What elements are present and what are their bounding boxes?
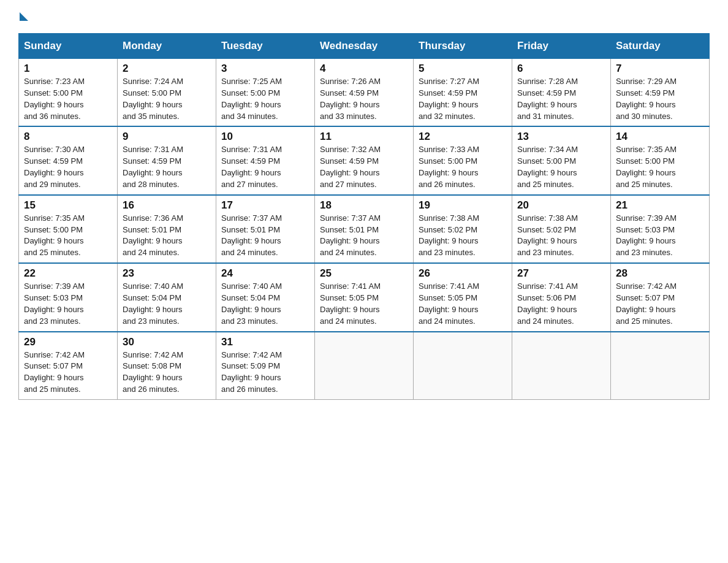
calendar-day-cell: 30Sunrise: 7:42 AMSunset: 5:08 PMDayligh…: [118, 332, 216, 400]
weekday-header-monday: Monday: [118, 34, 216, 59]
day-info: Sunrise: 7:23 AMSunset: 5:00 PMDaylight:…: [24, 76, 112, 122]
day-info: Sunrise: 7:40 AMSunset: 5:04 PMDaylight:…: [123, 281, 211, 327]
page-header: [18, 12, 710, 21]
day-info: Sunrise: 7:41 AMSunset: 5:05 PMDaylight:…: [320, 281, 408, 327]
weekday-header-row: SundayMondayTuesdayWednesdayThursdayFrid…: [19, 34, 710, 59]
day-info: Sunrise: 7:39 AMSunset: 5:03 PMDaylight:…: [616, 213, 704, 259]
day-number: 28: [616, 267, 704, 280]
calendar-week-row: 29Sunrise: 7:42 AMSunset: 5:07 PMDayligh…: [19, 332, 710, 400]
day-number: 10: [221, 131, 309, 143]
weekday-header-sunday: Sunday: [19, 34, 118, 59]
calendar-day-cell: 4Sunrise: 7:26 AMSunset: 4:59 PMDaylight…: [315, 59, 414, 127]
weekday-header-thursday: Thursday: [414, 34, 512, 59]
day-number: 15: [24, 199, 112, 212]
day-info: Sunrise: 7:38 AMSunset: 5:02 PMDaylight:…: [517, 213, 605, 259]
day-number: 29: [24, 336, 112, 348]
day-number: 2: [123, 63, 211, 75]
calendar-day-cell: 14Sunrise: 7:35 AMSunset: 5:00 PMDayligh…: [611, 126, 710, 194]
calendar-day-cell: 7Sunrise: 7:29 AMSunset: 4:59 PMDaylight…: [611, 59, 710, 127]
day-info: Sunrise: 7:35 AMSunset: 5:00 PMDaylight:…: [24, 213, 112, 259]
day-number: 20: [517, 199, 605, 212]
day-info: Sunrise: 7:33 AMSunset: 5:00 PMDaylight:…: [419, 144, 507, 190]
calendar-day-cell: 27Sunrise: 7:41 AMSunset: 5:06 PMDayligh…: [512, 263, 611, 331]
day-number: 11: [320, 131, 408, 143]
calendar-day-cell: 26Sunrise: 7:41 AMSunset: 5:05 PMDayligh…: [414, 263, 512, 331]
calendar-day-cell: 18Sunrise: 7:37 AMSunset: 5:01 PMDayligh…: [315, 195, 414, 263]
day-info: Sunrise: 7:25 AMSunset: 5:00 PMDaylight:…: [221, 76, 309, 122]
calendar-week-row: 22Sunrise: 7:39 AMSunset: 5:03 PMDayligh…: [19, 263, 710, 331]
calendar-week-row: 15Sunrise: 7:35 AMSunset: 5:00 PMDayligh…: [19, 195, 710, 263]
calendar-day-cell: 21Sunrise: 7:39 AMSunset: 5:03 PMDayligh…: [611, 195, 710, 263]
calendar-day-cell: 20Sunrise: 7:38 AMSunset: 5:02 PMDayligh…: [512, 195, 611, 263]
day-info: Sunrise: 7:29 AMSunset: 4:59 PMDaylight:…: [616, 76, 704, 122]
day-number: 5: [419, 63, 507, 75]
calendar-day-cell: 5Sunrise: 7:27 AMSunset: 4:59 PMDaylight…: [414, 59, 512, 127]
day-info: Sunrise: 7:37 AMSunset: 5:01 PMDaylight:…: [221, 213, 309, 259]
day-info: Sunrise: 7:38 AMSunset: 5:02 PMDaylight:…: [419, 213, 507, 259]
day-info: Sunrise: 7:34 AMSunset: 5:00 PMDaylight:…: [517, 144, 605, 190]
calendar-day-cell: [315, 332, 414, 400]
calendar-day-cell: 10Sunrise: 7:31 AMSunset: 4:59 PMDayligh…: [216, 126, 315, 194]
calendar-day-cell: [414, 332, 512, 400]
day-number: 18: [320, 199, 408, 212]
day-number: 23: [123, 267, 211, 280]
day-info: Sunrise: 7:26 AMSunset: 4:59 PMDaylight:…: [320, 76, 408, 122]
calendar-day-cell: 12Sunrise: 7:33 AMSunset: 5:00 PMDayligh…: [414, 126, 512, 194]
logo-triangle-icon: [20, 12, 28, 21]
day-number: 13: [517, 131, 605, 143]
day-number: 6: [517, 63, 605, 75]
weekday-header-tuesday: Tuesday: [216, 34, 315, 59]
day-info: Sunrise: 7:37 AMSunset: 5:01 PMDaylight:…: [320, 213, 408, 259]
calendar-day-cell: 24Sunrise: 7:40 AMSunset: 5:04 PMDayligh…: [216, 263, 315, 331]
calendar-day-cell: 25Sunrise: 7:41 AMSunset: 5:05 PMDayligh…: [315, 263, 414, 331]
calendar-day-cell: 22Sunrise: 7:39 AMSunset: 5:03 PMDayligh…: [19, 263, 118, 331]
day-number: 25: [320, 267, 408, 280]
day-number: 24: [221, 267, 309, 280]
day-number: 14: [616, 131, 704, 143]
day-number: 22: [24, 267, 112, 280]
day-info: Sunrise: 7:24 AMSunset: 5:00 PMDaylight:…: [123, 76, 211, 122]
calendar-day-cell: 31Sunrise: 7:42 AMSunset: 5:09 PMDayligh…: [216, 332, 315, 400]
day-number: 21: [616, 199, 704, 212]
weekday-header-wednesday: Wednesday: [315, 34, 414, 59]
day-number: 17: [221, 199, 309, 212]
day-info: Sunrise: 7:41 AMSunset: 5:05 PMDaylight:…: [419, 281, 507, 327]
day-info: Sunrise: 7:42 AMSunset: 5:08 PMDaylight:…: [123, 350, 211, 396]
calendar-day-cell: 16Sunrise: 7:36 AMSunset: 5:01 PMDayligh…: [118, 195, 216, 263]
day-number: 26: [419, 267, 507, 280]
day-info: Sunrise: 7:30 AMSunset: 4:59 PMDaylight:…: [24, 144, 112, 190]
day-info: Sunrise: 7:32 AMSunset: 4:59 PMDaylight:…: [320, 144, 408, 190]
calendar-day-cell: 1Sunrise: 7:23 AMSunset: 5:00 PMDaylight…: [19, 59, 118, 127]
day-info: Sunrise: 7:40 AMSunset: 5:04 PMDaylight:…: [221, 281, 309, 327]
calendar-day-cell: 19Sunrise: 7:38 AMSunset: 5:02 PMDayligh…: [414, 195, 512, 263]
day-number: 16: [123, 199, 211, 212]
calendar-day-cell: 28Sunrise: 7:42 AMSunset: 5:07 PMDayligh…: [611, 263, 710, 331]
day-number: 1: [24, 63, 112, 75]
day-number: 3: [221, 63, 309, 75]
day-number: 30: [123, 336, 211, 348]
calendar-day-cell: 11Sunrise: 7:32 AMSunset: 4:59 PMDayligh…: [315, 126, 414, 194]
calendar-day-cell: 23Sunrise: 7:40 AMSunset: 5:04 PMDayligh…: [118, 263, 216, 331]
calendar-day-cell: [611, 332, 710, 400]
calendar-day-cell: [512, 332, 611, 400]
calendar-day-cell: 13Sunrise: 7:34 AMSunset: 5:00 PMDayligh…: [512, 126, 611, 194]
day-number: 4: [320, 63, 408, 75]
calendar-day-cell: 3Sunrise: 7:25 AMSunset: 5:00 PMDaylight…: [216, 59, 315, 127]
day-info: Sunrise: 7:42 AMSunset: 5:07 PMDaylight:…: [24, 350, 112, 396]
calendar-table: SundayMondayTuesdayWednesdayThursdayFrid…: [18, 33, 710, 400]
calendar-day-cell: 6Sunrise: 7:28 AMSunset: 4:59 PMDaylight…: [512, 59, 611, 127]
day-number: 8: [24, 131, 112, 143]
day-info: Sunrise: 7:41 AMSunset: 5:06 PMDaylight:…: [517, 281, 605, 327]
day-info: Sunrise: 7:35 AMSunset: 5:00 PMDaylight:…: [616, 144, 704, 190]
day-info: Sunrise: 7:42 AMSunset: 5:09 PMDaylight:…: [221, 350, 309, 396]
day-number: 27: [517, 267, 605, 280]
calendar-day-cell: 15Sunrise: 7:35 AMSunset: 5:00 PMDayligh…: [19, 195, 118, 263]
calendar-day-cell: 8Sunrise: 7:30 AMSunset: 4:59 PMDaylight…: [19, 126, 118, 194]
day-info: Sunrise: 7:31 AMSunset: 4:59 PMDaylight:…: [123, 144, 211, 190]
day-number: 31: [221, 336, 309, 348]
weekday-header-saturday: Saturday: [611, 34, 710, 59]
day-number: 19: [419, 199, 507, 212]
calendar-day-cell: 9Sunrise: 7:31 AMSunset: 4:59 PMDaylight…: [118, 126, 216, 194]
day-info: Sunrise: 7:31 AMSunset: 4:59 PMDaylight:…: [221, 144, 309, 190]
weekday-header-friday: Friday: [512, 34, 611, 59]
